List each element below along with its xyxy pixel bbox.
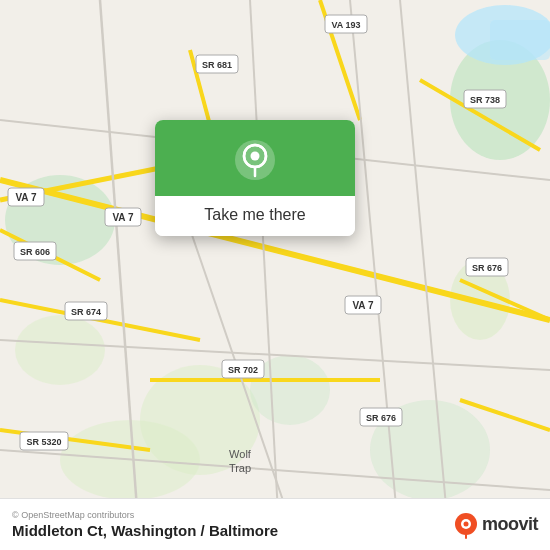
svg-rect-10 <box>490 20 550 60</box>
map-pin-icon <box>233 138 277 182</box>
svg-text:VA 193: VA 193 <box>331 20 360 30</box>
svg-text:SR 738: SR 738 <box>470 95 500 105</box>
svg-point-8 <box>15 315 105 385</box>
svg-text:VA 7: VA 7 <box>352 300 374 311</box>
attribution-text: © OpenStreetMap contributors <box>12 510 278 520</box>
svg-text:VA 7: VA 7 <box>112 212 134 223</box>
svg-text:Trap: Trap <box>229 462 251 474</box>
take-me-there-button[interactable]: Take me there <box>155 196 355 236</box>
popup-green-area <box>155 120 355 196</box>
map-background: VA 7 VA 7 VA 193 SR 681 SR 738 SR 676 SR… <box>0 0 550 550</box>
map-container: VA 7 VA 7 VA 193 SR 681 SR 738 SR 676 SR… <box>0 0 550 550</box>
location-info: © OpenStreetMap contributors Middleton C… <box>12 510 278 539</box>
moovit-logo[interactable]: moovit <box>452 511 538 539</box>
svg-text:SR 674: SR 674 <box>71 307 101 317</box>
svg-point-62 <box>463 521 468 526</box>
bottom-bar: © OpenStreetMap contributors Middleton C… <box>0 498 550 550</box>
location-name: Middleton Ct, Washington / Baltimore <box>12 522 278 539</box>
svg-text:SR 5320: SR 5320 <box>26 437 61 447</box>
svg-point-58 <box>251 152 260 161</box>
moovit-icon <box>452 511 480 539</box>
svg-text:SR 681: SR 681 <box>202 60 232 70</box>
svg-text:SR 606: SR 606 <box>20 247 50 257</box>
svg-text:SR 676: SR 676 <box>472 263 502 273</box>
moovit-text: moovit <box>482 514 538 535</box>
svg-text:SR 676: SR 676 <box>366 413 396 423</box>
popup-card[interactable]: Take me there <box>155 120 355 236</box>
svg-text:SR 702: SR 702 <box>228 365 258 375</box>
svg-text:VA 7: VA 7 <box>15 192 37 203</box>
svg-text:Wolf: Wolf <box>229 448 252 460</box>
